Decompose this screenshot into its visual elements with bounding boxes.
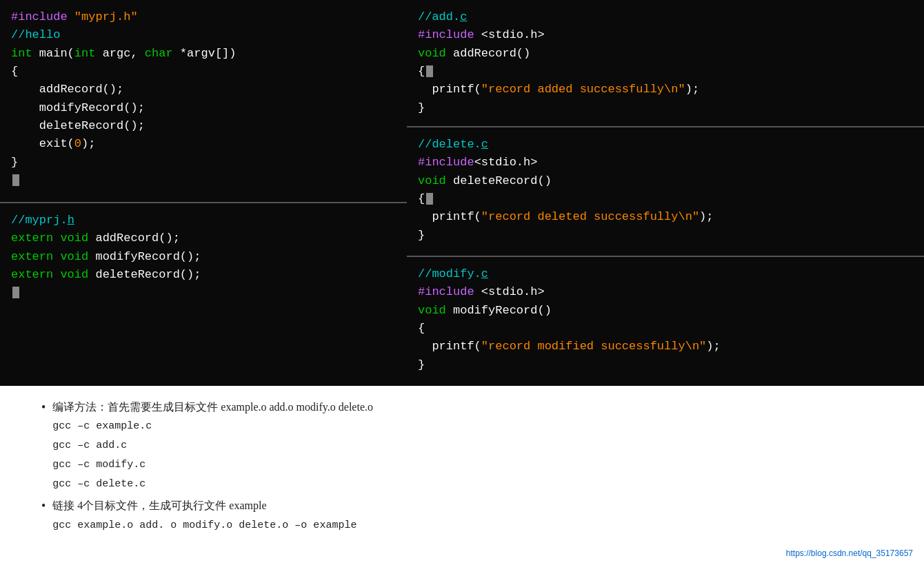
bullet-content-2: 链接 4个目标文件，生成可执行文件 example gcc example.o … xyxy=(52,497,356,534)
gcc-cmd-4: gcc –c delete.c xyxy=(52,478,145,490)
modify-code: //modify.c #include <stdio.h> void modif… xyxy=(418,265,913,374)
delete-c-panel: //delete.c #include<stdio.h> void delete… xyxy=(407,127,924,257)
left-panels: #include "myprj.h" //hello int main(int … xyxy=(0,0,407,386)
bullet-text-1: 编译方法：首先需要生成目标文件 example.o add.o modify.o… xyxy=(52,401,373,413)
add-c-panel: //add.c #include <stdio.h> void addRecor… xyxy=(407,0,924,127)
right-panels: //add.c #include <stdio.h> void addRecor… xyxy=(407,0,924,386)
bullet-dot-2: • xyxy=(41,497,46,534)
main-container: #include "myprj.h" //hello int main(int … xyxy=(0,0,924,565)
bullet-item-1: • 编译方法：首先需要生成目标文件 example.o add.o modify… xyxy=(41,398,896,493)
header-panel: //myprj.h extern void addRecord(); exter… xyxy=(0,203,407,386)
gcc-link-cmd: gcc example.o add. o modify.o delete.o –… xyxy=(52,520,356,531)
bullet-content-1: 编译方法：首先需要生成目标文件 example.o add.o modify.o… xyxy=(52,398,373,493)
bottom-section: • 编译方法：首先需要生成目标文件 example.o add.o modify… xyxy=(0,386,924,565)
header-code: //myprj.h extern void addRecord(); exter… xyxy=(11,212,396,302)
modify-c-panel: //modify.c #include <stdio.h> void modif… xyxy=(407,257,924,386)
bullet-item-2: • 链接 4个目标文件，生成可执行文件 example gcc example.… xyxy=(41,497,896,534)
main-code: #include "myprj.h" //hello int main(int … xyxy=(11,8,396,189)
gcc-cmd-1: gcc –c example.c xyxy=(52,420,152,432)
top-panels: #include "myprj.h" //hello int main(int … xyxy=(0,0,924,386)
bullet-dot-1: • xyxy=(41,398,46,493)
main-c-panel: #include "myprj.h" //hello int main(int … xyxy=(0,0,407,203)
watermark: https://blog.csdn.net/qq_35173657 xyxy=(786,548,913,558)
add-code: //add.c #include <stdio.h> void addRecor… xyxy=(418,8,913,117)
gcc-cmd-3: gcc –c modify.c xyxy=(52,459,145,471)
bullet-text-2: 链接 4个目标文件，生成可执行文件 example xyxy=(52,500,266,511)
gcc-cmd-2: gcc –c add.c xyxy=(52,440,127,451)
delete-code: //delete.c #include<stdio.h> void delete… xyxy=(418,136,913,245)
